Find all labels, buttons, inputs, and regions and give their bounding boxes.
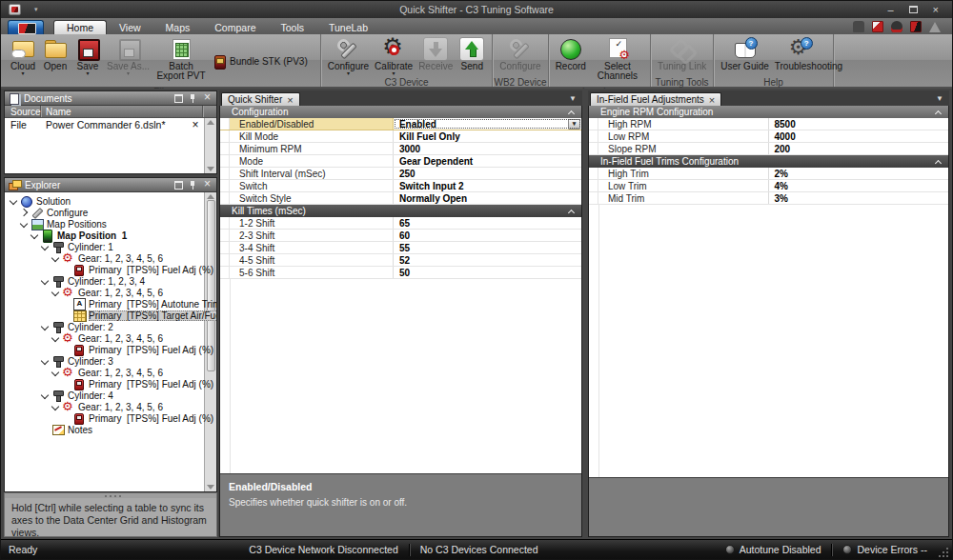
tree-item[interactable]: Cylinder: 1	[5, 241, 216, 252]
tree-item[interactable]: Gear: 1, 2, 3, 4, 5, 6	[5, 401, 216, 412]
value-dropdown-button[interactable]	[568, 119, 580, 130]
app-menu-button[interactable]	[8, 20, 44, 34]
ribbon-button[interactable]: Record	[553, 36, 589, 87]
setting-value[interactable]: 200	[769, 143, 949, 154]
tree-item[interactable]: Cylinder: 3	[5, 355, 216, 367]
close-panel-button[interactable]	[202, 180, 213, 190]
tab-in-field-fuel-adjustments[interactable]: In-Field Fuel Adjustments ×	[590, 92, 721, 106]
close-panel-button[interactable]	[202, 93, 213, 104]
expander-icon[interactable]	[62, 266, 71, 274]
column-header-name[interactable]: Name	[41, 106, 203, 117]
menu-tab[interactable]: TuneLab	[316, 20, 380, 34]
setting-value[interactable]: 2%	[769, 168, 949, 179]
section-header-kill-times[interactable]: Kill Times (mSec)	[220, 205, 581, 217]
tree-item[interactable]: Primary [TPS%] Fuel Adj (%)	[5, 344, 216, 355]
expander-icon[interactable]	[41, 426, 50, 434]
setting-row[interactable]: Low RPM 4000	[589, 130, 948, 143]
ribbon-button[interactable]: Select Channels	[589, 36, 646, 87]
setting-row[interactable]: Switch Style Normally Open	[220, 192, 581, 205]
tree-item[interactable]: Cylinder: 2	[5, 321, 216, 332]
section-header-engine-rpm[interactable]: Engine RPM Configuration	[589, 106, 948, 118]
setting-row[interactable]: Switch Switch Input 2	[220, 180, 581, 192]
setting-value[interactable]: 3000	[394, 143, 581, 154]
resize-grip[interactable]	[939, 548, 948, 557]
tree-item[interactable]: Primary [TPS%] Target Air/Fuel (AFR)	[5, 310, 216, 321]
scroll-down-icon[interactable]	[207, 167, 214, 171]
collapse-section-icon[interactable]	[569, 209, 575, 214]
setting-value[interactable]: 65	[394, 217, 581, 229]
ribbon-button[interactable]: Save As...	[104, 36, 152, 87]
ribbon-button[interactable]: Configure	[325, 36, 372, 77]
expander-icon[interactable]	[62, 414, 71, 423]
tree-item[interactable]: Gear: 1, 2, 3, 4, 5, 6	[5, 332, 216, 344]
tree-item[interactable]: Cylinder: 4	[5, 390, 216, 401]
setting-value[interactable]: 3%	[769, 192, 949, 204]
expander-icon[interactable]	[62, 311, 71, 320]
expander-icon[interactable]	[51, 334, 60, 343]
tree-item[interactable]: Primary [TPS%] Autotune Trim (%)	[5, 298, 216, 310]
setting-value[interactable]: 250	[394, 168, 581, 179]
setting-value[interactable]: 60	[394, 230, 581, 241]
expander-icon[interactable]	[51, 254, 60, 263]
collapse-section-icon[interactable]	[936, 159, 942, 165]
tree-item[interactable]: Solution	[5, 195, 216, 207]
ribbon-button[interactable]: Configure	[497, 36, 543, 77]
menu-tab[interactable]: Compare	[202, 20, 268, 34]
tree-item[interactable]: Primary [TPS%] Fuel Adj (%)	[5, 378, 216, 390]
close-tab-icon[interactable]: ×	[709, 95, 715, 105]
menu-tab[interactable]: Maps	[153, 20, 203, 34]
setting-row[interactable]: High Trim 2%	[589, 168, 948, 180]
setting-row[interactable]: Shift Interval (mSec) 250	[220, 168, 581, 180]
expander-icon[interactable]	[51, 403, 60, 411]
setting-value[interactable]: Switch Input 2	[394, 180, 581, 191]
setting-value[interactable]: 52	[394, 254, 581, 266]
tab-list-dropdown-icon[interactable]: ▼	[569, 94, 580, 103]
pin-panel-button[interactable]	[188, 93, 198, 104]
expander-icon[interactable]	[41, 391, 50, 400]
close-document-icon[interactable]: ×	[189, 119, 202, 130]
setting-value[interactable]: Gear Dependent	[394, 155, 581, 167]
setting-value[interactable]: 55	[394, 242, 581, 253]
menu-tab[interactable]: Home	[53, 20, 107, 34]
setting-row[interactable]: Minimum RPM 3000	[220, 143, 581, 155]
ribbon-button[interactable]: Save	[71, 36, 104, 87]
tab-quick-shifter[interactable]: Quick Shifter ×	[221, 92, 300, 106]
setting-value[interactable]: Normally Open	[394, 192, 581, 204]
minimize-button[interactable]: –	[887, 5, 893, 15]
ribbon-button[interactable]: Tuning Link	[655, 36, 709, 77]
tree-item[interactable]: Gear: 1, 2, 3, 4, 5, 6	[5, 367, 216, 378]
expander-icon[interactable]	[62, 380, 71, 389]
scroll-up-icon[interactable]	[207, 120, 214, 125]
setting-row[interactable]: High RPM 8500	[589, 118, 948, 130]
app-logo-icon[interactable]	[9, 4, 21, 15]
setting-row[interactable]: 5-6 Shift 50	[220, 267, 581, 279]
menu-tab[interactable]: View	[107, 20, 153, 34]
setting-row[interactable]: Enabled/Disabled Enabled	[220, 118, 581, 130]
tab-list-dropdown-icon[interactable]: ▼	[936, 94, 947, 103]
collapse-section-icon[interactable]	[569, 110, 575, 115]
ribbon-button[interactable]: User Guide	[718, 36, 772, 77]
column-header-source[interactable]: Source	[5, 106, 41, 117]
setting-value[interactable]: 50	[394, 267, 581, 278]
setting-row[interactable]: 3-4 Shift 55	[220, 242, 581, 254]
ribbon-button[interactable]: Bundle STK (PV3)	[210, 52, 316, 70]
documents-scrollbar[interactable]	[204, 118, 216, 173]
expander-icon[interactable]	[41, 323, 50, 331]
setting-value[interactable]: Kill Fuel Only	[394, 130, 581, 142]
expander-icon[interactable]	[20, 209, 29, 217]
maximize-button[interactable]	[909, 6, 918, 13]
ribbon-button[interactable]: Calibrate	[372, 36, 416, 77]
close-tab-icon[interactable]: ×	[287, 95, 293, 105]
document-row[interactable]: File Power Commander 6.dsln* ×	[5, 118, 204, 131]
setting-row[interactable]: 4-5 Shift 52	[220, 254, 581, 267]
setting-row[interactable]: Kill Mode Kill Fuel Only	[220, 130, 581, 143]
setting-row[interactable]: Slope RPM 200	[589, 143, 948, 155]
expander-icon[interactable]	[41, 277, 50, 286]
tree-item[interactable]: Cylinder: 1, 2, 3, 4	[5, 275, 216, 287]
expander-icon[interactable]	[41, 357, 50, 366]
expander-icon[interactable]	[62, 346, 71, 354]
section-header-fuel-trims[interactable]: In-Field Fuel Trims Configuration	[589, 155, 948, 168]
tree-item[interactable]: Primary [TPS%] Fuel Adj (%)	[5, 264, 216, 275]
section-header-configuration[interactable]: Configuration	[220, 106, 581, 118]
expander-icon[interactable]	[51, 289, 60, 297]
